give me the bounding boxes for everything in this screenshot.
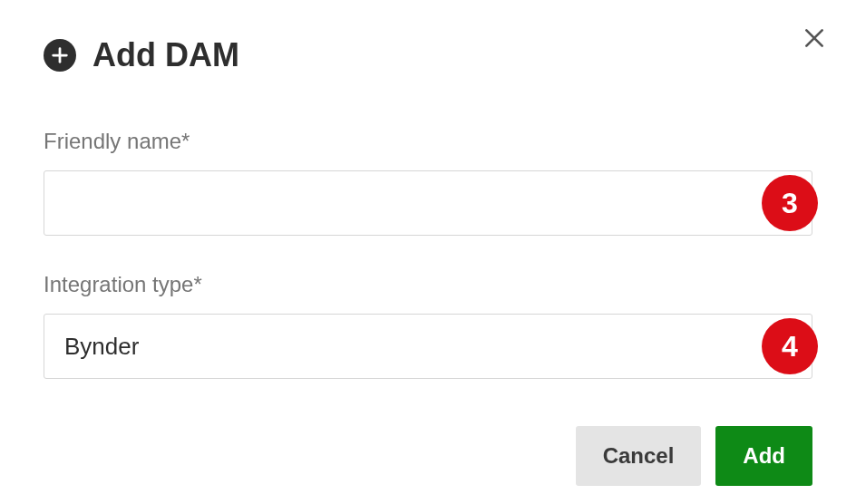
plus-icon <box>44 39 76 72</box>
friendly-name-group: Friendly name* 3 <box>44 129 812 236</box>
close-button[interactable] <box>800 25 829 54</box>
integration-type-group: Integration type* Bynder 4 <box>44 272 812 379</box>
close-icon <box>802 26 826 53</box>
cancel-button[interactable]: Cancel <box>576 426 702 486</box>
integration-type-wrapper: Bynder 4 <box>44 314 812 379</box>
integration-type-label: Integration type* <box>44 272 812 297</box>
friendly-name-label: Friendly name* <box>44 129 812 154</box>
integration-type-select[interactable]: Bynder <box>44 314 812 379</box>
button-row: Cancel Add <box>44 426 812 486</box>
add-button[interactable]: Add <box>715 426 812 486</box>
friendly-name-input[interactable] <box>44 170 812 236</box>
friendly-name-wrapper: 3 <box>44 170 812 236</box>
dialog-header: Add DAM <box>44 36 812 74</box>
dialog-title: Add DAM <box>92 36 239 74</box>
integration-type-value: Bynder <box>64 333 139 361</box>
annotation-badge-4: 4 <box>762 318 818 374</box>
annotation-badge-3: 3 <box>762 175 818 231</box>
